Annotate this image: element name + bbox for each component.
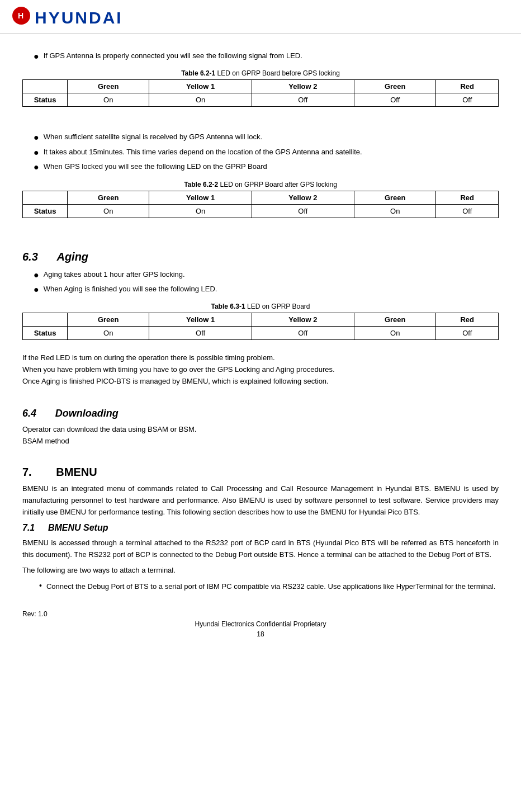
sub-bullet-dot: • xyxy=(39,581,42,590)
cell-yellow1: On xyxy=(149,204,252,218)
section-71-heading: 7.1 BMENU Setup xyxy=(22,523,499,533)
col-header-yellow2: Yellow 2 xyxy=(252,80,354,93)
col-header-red: Red xyxy=(436,80,499,93)
logo-text: HYUNDAI xyxy=(35,8,123,27)
table-62-2-caption: Table 6.2-2 LED on GPRP Board after GPS … xyxy=(22,181,499,188)
bullet-63-1: ● Aging takes about 1 hour after GPS loc… xyxy=(34,269,499,281)
section-62-second-bullets: ● When sufficient satellite signal is re… xyxy=(34,131,499,173)
logo: H HYUNDAI xyxy=(11,6,510,30)
section-64-heading: 6.4 Downloading xyxy=(22,408,499,419)
cell-red: Off xyxy=(436,204,499,218)
bullet-text-1: When sufficient satellite signal is rece… xyxy=(44,131,262,143)
bullet-63-2: ● When Aging is finished you will see th… xyxy=(34,284,499,296)
section-71-para2: The following are two ways to attach a t… xyxy=(22,565,499,577)
section-63-para: If the Red LED is turn on during the ope… xyxy=(22,352,499,387)
logo-icon: H xyxy=(11,6,31,30)
col-header-red: Red xyxy=(436,191,499,204)
section-63-number: 6.3 xyxy=(22,251,38,263)
bullet-text-2: It takes about 15minutes. This time vari… xyxy=(44,147,362,158)
bullet-dot: ● xyxy=(34,269,39,281)
bullet-item-3: ● When GPS locked you will see the follo… xyxy=(34,161,499,173)
table-62-2: Green Yellow 1 Yellow 2 Green Red Status… xyxy=(22,191,499,218)
cell-green2: On xyxy=(354,204,436,218)
bullet-dot: ● xyxy=(34,161,39,173)
section-7-heading: 7. BMENU xyxy=(22,466,499,479)
bullet-dot: ● xyxy=(34,147,39,159)
bullet-text-3: When GPS locked you will see the followi… xyxy=(44,161,267,172)
cell-red: Off xyxy=(436,327,499,340)
bullet-text: When Aging is finished you will see the … xyxy=(44,284,217,295)
cell-yellow2: Off xyxy=(252,93,354,107)
cell-status: Status xyxy=(23,204,68,218)
cell-yellow1: Off xyxy=(149,327,252,340)
para-line-3: Once Aging is finished PICO-BTS is manag… xyxy=(22,376,499,388)
cell-green2: Off xyxy=(354,93,436,107)
table-row: Status On On Off On Off xyxy=(23,204,499,218)
col-header-yellow2: Yellow 2 xyxy=(252,191,354,204)
cell-yellow2: Off xyxy=(252,204,354,218)
footer-rev: Rev: 1.0 xyxy=(22,610,499,618)
col-header-green1: Green xyxy=(68,313,149,327)
bullet-dot: ● xyxy=(34,50,39,63)
section-71-number: 7.1 xyxy=(22,523,35,532)
section-64-title: Downloading xyxy=(55,408,119,419)
table-62-1-caption-bold: Table 6.2-1 xyxy=(181,69,215,77)
bullet-text: If GPS Antenna is properly connected you… xyxy=(44,50,302,62)
section-63-bullets: ● Aging takes about 1 hour after GPS loc… xyxy=(34,269,499,296)
col-header-green1: Green xyxy=(68,80,149,93)
section-7-para1: BMENU is an integrated menu of commands … xyxy=(22,483,499,518)
svg-text:H: H xyxy=(18,11,25,20)
sub-bullet-1: • Connect the Debug Port of BTS to a ser… xyxy=(39,581,499,592)
table-62-2-caption-rest: LED on GPRP Board after GPS locking xyxy=(218,181,337,188)
section-64-para2: BSAM method xyxy=(22,436,499,447)
bullet-text: Aging takes about 1 hour after GPS locki… xyxy=(44,269,185,280)
cell-yellow2: Off xyxy=(252,327,354,340)
section-7-title: BMENU xyxy=(56,466,97,478)
cell-green1: On xyxy=(68,93,149,107)
cell-green2: On xyxy=(354,327,436,340)
col-header-empty xyxy=(23,80,68,93)
col-header-green2: Green xyxy=(354,191,436,204)
col-header-yellow2: Yellow 2 xyxy=(252,313,354,327)
section-63-heading: 6.3 Aging xyxy=(22,251,499,263)
bullet-dot: ● xyxy=(34,131,39,144)
table-row: Status On On Off Off Off xyxy=(23,93,499,107)
page-header: H HYUNDAI xyxy=(0,0,521,34)
para-line-1: If the Red LED is turn on during the ope… xyxy=(22,352,499,364)
cell-red: Off xyxy=(436,93,499,107)
section-64-number: 6.4 xyxy=(22,408,36,419)
bullet-item-1: ● When sufficient satellite signal is re… xyxy=(34,131,499,144)
section-64-para1: Operator can download the data using BSA… xyxy=(22,424,499,436)
col-header-yellow1: Yellow 1 xyxy=(149,80,252,93)
table-62-1-caption-rest: LED on GPRP Board before GPS locking xyxy=(215,69,340,77)
cell-green1: On xyxy=(68,204,149,218)
table-63-1-caption: Table 6.3-1 LED on GPRP Board xyxy=(22,303,499,310)
section-7-number: 7. xyxy=(22,466,32,478)
table-63-1-caption-bold: Table 6.3-1 xyxy=(211,303,245,310)
col-header-green1: Green xyxy=(68,191,149,204)
table-header-row: Green Yellow 1 Yellow 2 Green Red xyxy=(23,191,499,204)
bullet-item: ● If GPS Antenna is properly connected y… xyxy=(34,50,499,63)
table-62-2-caption-bold: Table 6.2-2 xyxy=(184,181,218,188)
footer-line2: 18 xyxy=(22,630,499,638)
cell-status: Status xyxy=(23,93,68,107)
table-row: Status On Off Off On Off xyxy=(23,327,499,340)
bullet-dot: ● xyxy=(34,284,39,296)
table-63-1: Green Yellow 1 Yellow 2 Green Red Status… xyxy=(22,313,499,340)
col-header-red: Red xyxy=(436,313,499,327)
table-62-1: Green Yellow 1 Yellow 2 Green Red Status… xyxy=(22,79,499,107)
para-line-2: When you have problem with timing you ha… xyxy=(22,364,499,376)
cell-yellow1: On xyxy=(149,93,252,107)
col-header-empty xyxy=(23,191,68,204)
col-header-green2: Green xyxy=(354,313,436,327)
table-header-row: Green Yellow 1 Yellow 2 Green Red xyxy=(23,80,499,93)
table-63-1-caption-rest: LED on GPRP Board xyxy=(245,303,310,310)
section-62-intro: ● If GPS Antenna is properly connected y… xyxy=(34,50,499,63)
table-header-row: Green Yellow 1 Yellow 2 Green Red xyxy=(23,313,499,327)
sub-bullet-text: Connect the Debug Port of BTS to a seria… xyxy=(46,581,496,592)
col-header-empty xyxy=(23,313,68,327)
cell-status: Status xyxy=(23,327,68,340)
section-71-para1: BMENU is accessed through a terminal att… xyxy=(22,537,499,561)
footer-line1: Hyundai Electronics Confidential Proprie… xyxy=(22,620,499,628)
table-62-1-caption: Table 6.2-1 LED on GPRP Board before GPS… xyxy=(22,69,499,77)
